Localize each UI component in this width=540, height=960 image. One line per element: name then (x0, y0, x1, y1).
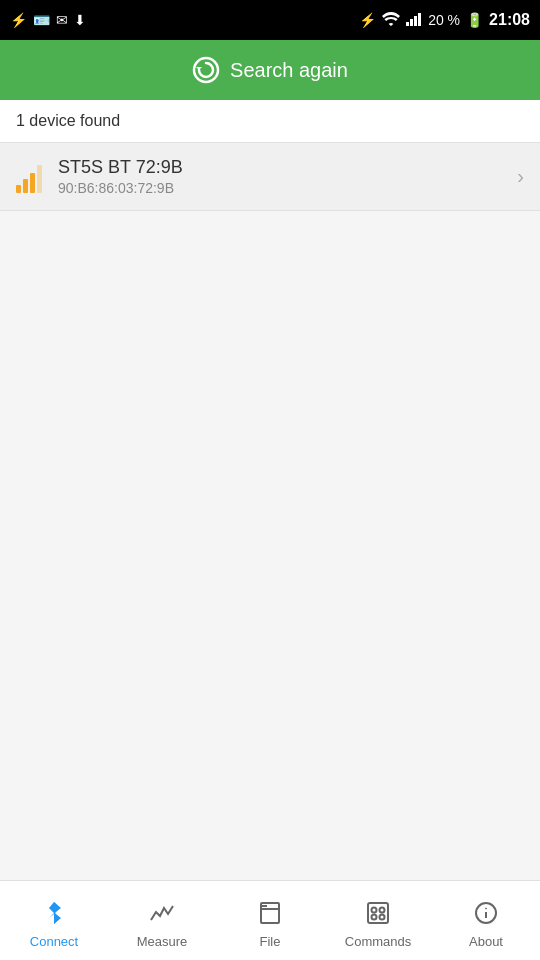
svg-point-4 (194, 58, 218, 82)
svg-rect-9 (368, 903, 388, 923)
svg-point-16 (486, 908, 487, 909)
signal-bar-2 (23, 179, 28, 193)
status-time: 21:08 (489, 11, 530, 29)
battery-percent: 20 % (428, 12, 460, 28)
download-icon: ⬇ (74, 12, 86, 28)
bluetooth-status-icon: ⚡ (359, 12, 376, 28)
device-info: ST5S BT 72:9B 90:B6:86:03:72:9B (58, 157, 501, 196)
search-button-label: Search again (230, 59, 348, 82)
device-list: ST5S BT 72:9B 90:B6:86:03:72:9B › (0, 143, 540, 880)
svg-point-10 (372, 908, 377, 913)
signal-bar-3 (30, 173, 35, 193)
nav-label-measure: Measure (137, 934, 188, 949)
svg-marker-5 (196, 67, 202, 70)
nav-label-file: File (260, 934, 281, 949)
device-address: 90:B6:86:03:72:9B (58, 180, 501, 196)
svg-point-12 (372, 915, 377, 920)
about-icon (473, 900, 499, 930)
svg-rect-0 (406, 22, 409, 26)
file-icon (257, 900, 283, 930)
gmail-icon: ✉ (56, 12, 68, 28)
signal-bar-4 (37, 165, 42, 193)
nav-label-connect: Connect (30, 934, 78, 949)
chevron-right-icon: › (517, 165, 524, 188)
svg-rect-3 (418, 13, 421, 26)
device-count-text: 1 device found (16, 112, 120, 129)
nav-label-about: About (469, 934, 503, 949)
device-item[interactable]: ST5S BT 72:9B 90:B6:86:03:72:9B › (0, 143, 540, 211)
status-bar: ⚡ 🪪 ✉ ⬇ ⚡ 20 % 🔋 (0, 0, 540, 40)
search-again-button[interactable]: Search again (0, 40, 540, 100)
refresh-icon (192, 56, 220, 84)
svg-rect-1 (410, 19, 413, 26)
commands-icon (365, 900, 391, 930)
wifi-status-icon (382, 12, 400, 29)
status-bar-left: ⚡ 🪪 ✉ ⬇ (10, 12, 86, 28)
device-name: ST5S BT 72:9B (58, 157, 501, 178)
nav-item-file[interactable]: File (216, 881, 324, 960)
nav-item-about[interactable]: About (432, 881, 540, 960)
nav-item-commands[interactable]: Commands (324, 881, 432, 960)
svg-rect-2 (414, 16, 417, 26)
bottom-nav: Connect Measure File (0, 880, 540, 960)
bluetooth-icon (41, 900, 67, 930)
status-bar-right: ⚡ 20 % 🔋 21:08 (359, 11, 530, 29)
signal-bar-1 (16, 185, 21, 193)
signal-strength-icon (16, 161, 42, 193)
signal-status-icon (406, 12, 422, 29)
measure-icon (149, 900, 175, 930)
sim-icon: 🪪 (33, 12, 50, 28)
nav-label-commands: Commands (345, 934, 411, 949)
battery-icon: 🔋 (466, 12, 483, 28)
svg-point-13 (380, 915, 385, 920)
nav-item-measure[interactable]: Measure (108, 881, 216, 960)
usb-icon: ⚡ (10, 12, 27, 28)
device-count-bar: 1 device found (0, 100, 540, 143)
svg-point-11 (380, 908, 385, 913)
nav-item-connect[interactable]: Connect (0, 881, 108, 960)
